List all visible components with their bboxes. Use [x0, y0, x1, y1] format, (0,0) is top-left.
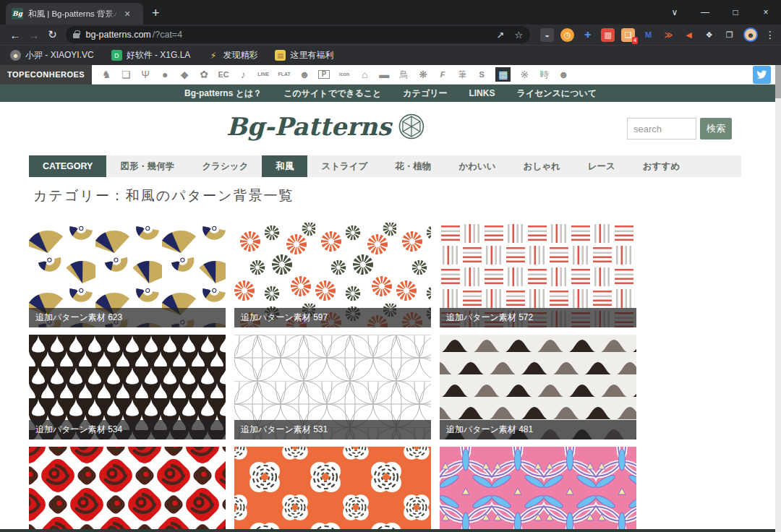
forward-button[interactable]: → — [25, 29, 43, 41]
site-header: Bg-Patterns 検索 — [0, 102, 781, 155]
ec-icon[interactable]: EC — [218, 71, 229, 79]
pattern-tile-pink-flower[interactable] — [440, 447, 636, 529]
bookmark-item[interactable]: ▤ 这里有福利 — [275, 49, 333, 61]
pattern-tile-531[interactable]: 追加パターン素材 531 — [234, 335, 431, 439]
face-icon[interactable]: ☻ — [558, 69, 569, 80]
nav-category-link[interactable]: カテゴリー — [403, 87, 447, 100]
briefcase-extension-icon[interactable]: ▥ — [601, 28, 615, 42]
back-button[interactable]: ← — [6, 29, 25, 41]
site-logo[interactable]: Bg-Patterns — [226, 112, 424, 141]
brush-kanji-icon[interactable]: 筆 — [456, 70, 468, 79]
flower-icon[interactable]: ✿ — [198, 69, 210, 80]
pattern-tile-orange-stitch[interactable] — [234, 447, 431, 529]
category-tab-bar: CATEGORY 図形・幾何学 クラシック 和風 ストライプ 花・植物 かわいい… — [29, 155, 741, 177]
puzzle-extension-icon[interactable]: ❖ — [702, 28, 716, 42]
s-icon[interactable]: S — [476, 71, 487, 79]
bookmark-item[interactable]: ⚡ 发现精彩 — [208, 49, 257, 61]
music-note-icon[interactable]: ♪ — [237, 69, 249, 80]
copy-extension-glyph: ❏ — [625, 30, 632, 40]
stamp-icon[interactable]: ◆ — [179, 69, 190, 80]
lock-icon — [73, 33, 80, 38]
minimize-button[interactable]: — — [690, 0, 720, 25]
nav-license-link[interactable]: ライセンスについて — [516, 87, 597, 100]
browser-tab[interactable]: Bg 和風 | Bg-patterns 背景パターン × — [6, 3, 143, 25]
bookmark-item[interactable]: ☻ 小羿 - XIAOYI.VC — [10, 49, 94, 61]
bookmark-label: 小羿 - XIAOYI.VC — [25, 49, 94, 61]
site-nav: Bg-patterns とは？ このサイトでできること カテゴリー LINKS … — [0, 85, 781, 102]
chevron-down-icon[interactable]: ∨ — [660, 0, 690, 25]
mountains-extension-icon[interactable]: M — [641, 28, 655, 42]
spy-extension-icon[interactable]: ◒ — [540, 28, 554, 42]
smiley-icon[interactable]: ☻ — [299, 69, 310, 80]
share-icon[interactable]: ↗ — [497, 30, 505, 40]
chrysanthemum-icon[interactable]: ❋ — [417, 69, 429, 80]
split-screen-extension-icon[interactable]: ❐ — [722, 28, 736, 42]
tab-classic[interactable]: クラシック — [188, 155, 262, 177]
extension-badge: 4 — [632, 37, 638, 44]
person-icon[interactable]: Ψ — [140, 69, 151, 80]
bookmark-star-icon[interactable]: ☆ — [514, 30, 523, 40]
page-scrollbar[interactable] — [775, 65, 781, 532]
tab-kawaii[interactable]: かわいい — [445, 155, 509, 177]
reload-button[interactable]: ↻ — [43, 28, 62, 41]
tab-close-icon[interactable]: × — [124, 9, 130, 19]
tile-label: 追加パターン素材 534 — [29, 420, 226, 439]
hippo-icon[interactable]: ♞ — [101, 69, 112, 80]
copy-extension-icon[interactable]: ❏ 4 — [621, 28, 635, 42]
maximize-button[interactable]: □ — [720, 0, 751, 25]
bookmark-label: 这里有福利 — [290, 49, 333, 61]
search-button[interactable]: 検索 — [700, 118, 732, 140]
url-host: bg-patterns.com — [85, 30, 150, 40]
tab-category-label: CATEGORY — [29, 155, 106, 177]
browser-window: Bg 和風 | Bg-patterns 背景パターン × + ∨ — □ × ←… — [0, 0, 781, 532]
sofa-icon[interactable]: ▬ — [378, 69, 390, 80]
scrollbar-thumb[interactable] — [775, 65, 781, 98]
pattern-tile-red-swirl[interactable] — [29, 447, 226, 529]
pattern-tile-481[interactable]: 追加パターン素材 481 — [440, 335, 636, 439]
nav-whatyoucando-link[interactable]: このサイトでできること — [283, 87, 381, 100]
clock-extension-icon[interactable]: ◷ — [560, 28, 574, 42]
pattern-tile-623[interactable]: 追加パターン素材 623 — [29, 223, 226, 327]
profile-avatar[interactable]: ☻ — [743, 27, 758, 42]
fast-forward-extension-icon[interactable]: ≫ — [662, 28, 675, 42]
tab-lace[interactable]: レース — [574, 155, 629, 177]
icon-text-icon[interactable]: icon — [338, 72, 351, 77]
bookmark-label: 发现精彩 — [223, 49, 257, 61]
tab-wafu-active[interactable]: 和風 — [262, 155, 307, 177]
grid-icon-active[interactable]: ▦ — [495, 67, 511, 82]
twitter-icon[interactable] — [753, 66, 771, 84]
pages-icon[interactable]: ❏ — [120, 69, 132, 80]
topecon-brand[interactable]: TOPECONHEROES — [0, 65, 92, 85]
tab-flowers[interactable]: 花・植物 — [381, 155, 445, 177]
close-button[interactable]: × — [751, 0, 781, 25]
time-kanji-icon[interactable]: 時 — [538, 70, 550, 79]
tile-label: 追加パターン素材 623 — [29, 308, 226, 327]
line-icon[interactable]: LINE — [257, 72, 270, 77]
pattern-tile-597[interactable]: 追加パターン素材 597 — [234, 223, 431, 327]
building-icon[interactable]: ⌂ — [359, 69, 370, 80]
flat-icon[interactable]: FLAT — [278, 72, 291, 77]
new-tab-button[interactable]: + — [152, 6, 160, 21]
plus-extension-icon[interactable]: ✚ — [581, 28, 594, 42]
speech-bubble-icon[interactable]: ● — [159, 69, 171, 80]
bookmark-item[interactable]: D 好软件 - X1G.LA — [111, 49, 191, 61]
tab-geometry[interactable]: 図形・幾何学 — [106, 155, 188, 177]
tab-oshare[interactable]: おしゃれ — [510, 155, 574, 177]
pattern-tile-572[interactable]: 追加パターン素材 572 — [440, 223, 636, 327]
search-input[interactable] — [627, 118, 696, 140]
megaphone-extension-icon[interactable]: ◀ — [682, 28, 696, 42]
p-icon[interactable]: P — [318, 70, 330, 79]
tab-stripe[interactable]: ストライプ — [307, 155, 381, 177]
pattern-tile-534[interactable]: 追加パターン素材 534 — [29, 335, 226, 439]
url-bar[interactable]: bg-patterns.com /?cat=4 ↗ ☆ — [66, 26, 530, 43]
f-icon[interactable]: F — [437, 71, 448, 79]
tab-recommended[interactable]: おすすめ — [629, 155, 693, 177]
menu-kebab-icon[interactable]: ⋮ — [765, 29, 775, 40]
red-diamond-pattern-image — [29, 447, 226, 529]
twitter-bird-glyph — [756, 70, 767, 80]
nav-links-link[interactable]: LINKS — [469, 88, 495, 98]
nav-about-link[interactable]: Bg-patterns とは？ — [184, 87, 262, 100]
bird-icon[interactable]: 鳥 — [398, 70, 409, 79]
footer-top-strip — [0, 529, 781, 532]
burst-icon[interactable]: ※ — [518, 69, 530, 80]
